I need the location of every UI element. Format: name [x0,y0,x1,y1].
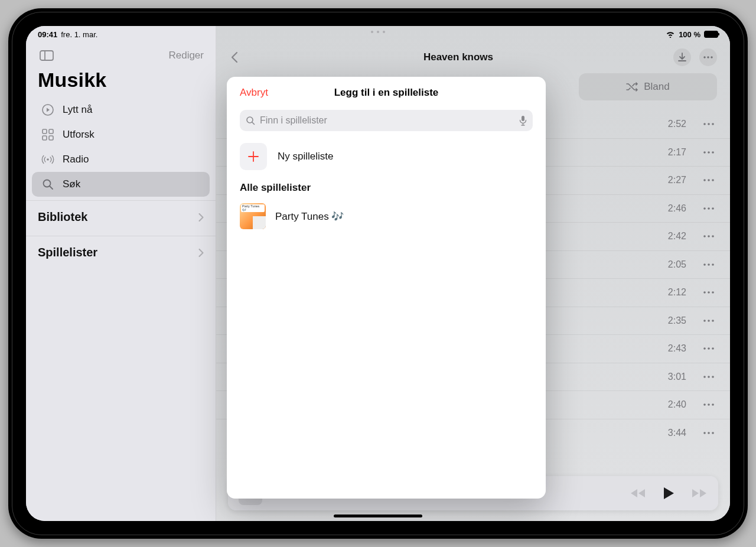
sidebar-section-library[interactable]: Bibliotek [26,202,216,232]
add-to-playlist-modal: Avbryt Legg til i en spilleliste Finn i … [227,77,546,499]
sidebar: Rediger Musikk Lytt nå Utforsk Radio [26,26,216,521]
search-input[interactable]: Finn i spillelister [240,110,533,131]
multitask-dots[interactable] [371,31,385,33]
plus-icon [240,143,267,170]
battery-icon [704,31,718,38]
playlist-row[interactable]: Party Tunes 🎶 Party Tunes 🎶 [240,200,533,233]
ipad-device-frame: 09:41 fre. 1. mar. 100 % Rediger Musikk [8,8,748,539]
sidebar-toggle-icon[interactable] [38,48,56,63]
status-date: fre. 1. mar. [61,30,97,39]
playlist-artwork: Party Tunes 🎶 [240,203,266,229]
sidebar-section-playlists[interactable]: Spillelister [26,237,216,268]
playlist-art-tag: Party Tunes 🎶 [241,204,265,212]
playlist-name: Party Tunes 🎶 [275,210,344,223]
screen: 09:41 fre. 1. mar. 100 % Rediger Musikk [26,26,730,521]
section-label: Bibliotek [38,210,87,224]
svg-line-9 [50,187,53,190]
section-label: Spillelister [38,246,97,259]
mic-icon[interactable] [519,115,527,126]
battery-text: 100 % [679,30,700,39]
search-icon [41,178,54,191]
chevron-right-icon [198,249,204,257]
status-time: 09:41 [38,30,57,39]
svg-point-8 [44,180,51,187]
sidebar-item-label: Lytt nå [63,104,92,116]
cancel-button[interactable]: Avbryt [240,87,268,99]
modal-title: Legg til i en spilleliste [240,87,533,99]
play-circle-icon [41,103,54,116]
svg-rect-4 [49,129,53,134]
new-playlist-row[interactable]: Ny spilleliste [240,131,533,180]
grid-icon [41,128,54,141]
svg-line-50 [252,122,255,125]
home-indicator[interactable] [334,515,422,517]
svg-rect-5 [43,136,47,140]
sidebar-item-browse[interactable]: Utforsk [32,122,210,147]
edit-button[interactable]: Rediger [168,50,204,61]
svg-rect-0 [40,51,53,60]
sidebar-item-label: Radio [63,154,89,165]
chevron-right-icon [198,213,204,222]
radio-icon [41,153,54,166]
svg-rect-51 [522,116,524,121]
search-placeholder: Finn i spillelister [260,115,514,126]
sidebar-item-radio[interactable]: Radio [32,147,210,172]
all-playlists-header: Alle spillelister [240,180,533,200]
sidebar-item-search[interactable]: Søk [32,172,210,197]
search-icon [246,116,255,125]
sidebar-item-listen-now[interactable]: Lytt nå [32,97,210,122]
new-playlist-label: Ny spilleliste [278,151,333,162]
svg-rect-3 [43,129,47,134]
svg-rect-6 [49,136,53,140]
sidebar-item-label: Søk [63,178,80,190]
sidebar-item-label: Utforsk [63,129,94,141]
status-bar: 09:41 fre. 1. mar. 100 % [26,26,730,40]
svg-point-7 [47,158,49,161]
wifi-icon [666,31,675,38]
app-title: Musikk [26,65,216,97]
